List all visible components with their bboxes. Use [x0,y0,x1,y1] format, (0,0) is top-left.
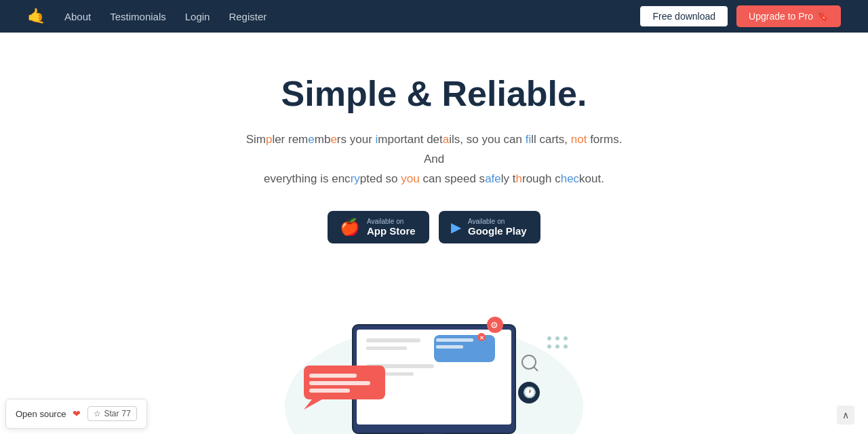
free-download-button[interactable]: Free download [639,5,728,27]
upgrade-label: Upgrade to Pro [749,11,813,22]
svg-text:🕐: 🕐 [523,386,536,399]
svg-rect-43 [309,381,370,385]
star-count: 77 [121,409,130,418]
svg-rect-11 [436,345,463,349]
svg-point-52 [564,344,568,349]
star-label: Star [104,409,119,418]
google-play-button[interactable]: ▶ Available on Google Play [439,211,540,243]
nav-register[interactable]: Register [229,11,267,22]
svg-rect-4 [366,347,407,350]
navbar: 🤙 About Testimonials Login Register Free… [0,0,868,33]
svg-point-50 [547,344,551,349]
upgrade-to-pro-button[interactable]: Upgrade to Pro 🔖 [736,5,841,27]
hero-section: Simple & Reliable. Simpler remembers you… [0,33,868,434]
store-buttons: 🍎 Available on App Store ▶ Available on … [14,211,854,243]
svg-rect-44 [309,389,350,393]
nav-testimonials[interactable]: Testimonials [110,11,166,22]
upgrade-icon: 🔖 [817,11,829,22]
svg-rect-10 [436,338,473,342]
star-badge[interactable]: ☆ Star 77 [87,406,136,421]
nav-actions: Free download Upgrade to Pro 🔖 [639,5,841,27]
svg-point-47 [547,336,551,340]
scroll-up-button[interactable]: ∧ [837,406,854,425]
app-store-button[interactable]: 🍎 Available on App Store [328,211,429,243]
illustration-svg: ✕ ⚙ 🕐 [244,257,624,434]
heart-icon: ❤ [73,408,81,419]
svg-rect-42 [309,374,357,378]
google-play-name: Google Play [468,225,527,237]
svg-point-51 [555,344,559,349]
app-store-name: App Store [367,225,416,237]
nav-about[interactable]: About [64,11,91,22]
open-source-label: Open source [16,409,66,419]
svg-rect-3 [366,338,420,342]
svg-point-48 [555,336,559,340]
nav-logo: 🤙 [27,7,45,25]
hero-illustration: ✕ ⚙ 🕐 [244,257,624,434]
hero-title: Simple & Reliable. [14,73,854,114]
svg-point-49 [564,336,568,340]
google-play-icon: ▶ [451,219,461,235]
nav-links: About Testimonials Login Register [64,11,639,22]
star-icon: ☆ [94,409,101,418]
google-play-small-text: Available on [468,218,527,225]
app-store-small-text: Available on [367,218,416,225]
nav-login[interactable]: Login [185,11,210,22]
apple-icon: 🍎 [340,218,360,237]
hero-description: Simpler remembers your important details… [244,130,624,189]
bottom-bar: Open source ❤ ☆ Star 77 [5,399,147,429]
svg-text:✕: ✕ [479,335,484,341]
svg-text:⚙: ⚙ [490,320,498,330]
